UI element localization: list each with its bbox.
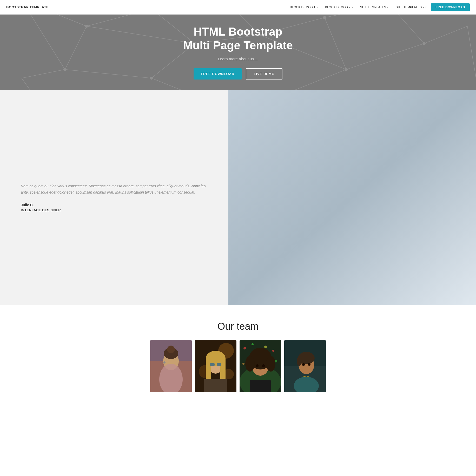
nav-links: BLOCK DEMOS 1 ▾ BLOCK DEMOS 2 ▾ SITE TEM… <box>287 3 470 11</box>
chevron-down-icon: ▾ <box>425 6 427 9</box>
nav-item-block-demos-1[interactable]: BLOCK DEMOS 1 ▾ <box>287 3 321 11</box>
svg-point-29 <box>345 68 347 71</box>
team-grid <box>144 340 332 392</box>
svg-point-86 <box>256 364 259 367</box>
svg-point-31 <box>423 42 425 45</box>
svg-point-43 <box>347 148 374 164</box>
nav-item-site-templates[interactable]: SITE TEMPLATES ▾ <box>357 3 392 11</box>
about-quote: Nam ac quam eu nibh varius consectetur. … <box>21 183 213 196</box>
svg-rect-51 <box>228 268 476 306</box>
svg-line-23 <box>22 78 43 90</box>
about-photo-svg <box>228 90 476 306</box>
chevron-down-icon: ▾ <box>352 6 353 9</box>
svg-rect-40 <box>340 218 381 227</box>
svg-line-16 <box>346 43 424 69</box>
svg-point-76 <box>252 343 254 345</box>
svg-rect-52 <box>228 256 476 268</box>
team-member-3-photo <box>240 340 281 392</box>
svg-rect-39 <box>340 206 381 214</box>
svg-point-77 <box>264 346 267 348</box>
about-section: Nam ac quam eu nibh varius consectetur. … <box>0 90 476 306</box>
team-member-1-photo <box>150 340 192 392</box>
svg-point-24 <box>85 25 88 28</box>
hero-title: HTML Bootstrap Multi Page Template <box>183 25 293 52</box>
svg-point-47 <box>282 167 307 196</box>
svg-point-45 <box>411 169 418 176</box>
about-text-column: Nam ac quam eu nibh varius consectetur. … <box>0 90 228 306</box>
svg-line-0 <box>22 15 87 26</box>
hero-subtitle: Learn more about us.... <box>183 57 293 61</box>
hero-livedemo-button[interactable]: LIVE DEMO <box>246 68 282 80</box>
svg-point-32 <box>64 68 66 71</box>
svg-rect-71 <box>210 363 215 366</box>
svg-point-93 <box>297 356 302 366</box>
team-member-2-photo <box>195 340 236 392</box>
team-section: Our team <box>0 305 476 403</box>
svg-line-44 <box>381 173 414 202</box>
svg-point-53 <box>431 239 456 256</box>
svg-line-2 <box>22 15 65 69</box>
svg-point-78 <box>272 350 274 352</box>
nav-item-block-demos-2[interactable]: BLOCK DEMOS 2 ▾ <box>322 3 356 11</box>
svg-line-15 <box>389 15 424 43</box>
svg-point-38 <box>340 169 381 276</box>
svg-point-87 <box>262 364 265 367</box>
team-card-1 <box>150 340 192 392</box>
svg-line-3 <box>87 15 151 26</box>
nav-brand: BOOTSTRAP TEMPLATE <box>6 5 49 9</box>
svg-point-60 <box>167 346 175 353</box>
svg-point-99 <box>308 363 310 366</box>
chevron-down-icon: ▾ <box>387 6 388 9</box>
team-member-4-photo <box>284 340 326 392</box>
about-image-column <box>228 90 476 306</box>
svg-point-42 <box>347 149 374 180</box>
svg-point-28 <box>323 16 326 19</box>
svg-line-7 <box>65 69 151 78</box>
svg-rect-37 <box>427 90 476 214</box>
svg-point-80 <box>242 363 244 365</box>
svg-line-1 <box>65 26 87 70</box>
svg-point-46 <box>276 185 313 285</box>
hero-content: HTML Bootstrap Multi Page Template Learn… <box>183 25 293 80</box>
about-photo <box>228 90 476 306</box>
svg-line-18 <box>467 26 476 78</box>
svg-rect-72 <box>217 363 221 366</box>
svg-point-85 <box>266 356 275 372</box>
chevron-down-icon: ▾ <box>316 6 318 9</box>
hero-section: HTML Bootstrap Multi Page Template Learn… <box>0 15 476 90</box>
svg-point-75 <box>243 347 246 349</box>
svg-point-62 <box>163 361 166 363</box>
svg-point-33 <box>150 77 153 80</box>
svg-line-19 <box>151 78 216 90</box>
svg-point-84 <box>245 356 255 372</box>
about-role: INTERFACE DESIGNER <box>21 208 213 212</box>
hero-buttons: FREE DOWNLOAD LIVE DEMO <box>183 68 293 80</box>
team-title: Our team <box>5 321 471 332</box>
svg-line-22 <box>22 69 65 78</box>
nav-item-site-templates-2[interactable]: SITE TEMPLATES 2 ▾ <box>393 3 430 11</box>
nav-download-button[interactable]: FREE DOWNLOAD <box>431 3 470 11</box>
svg-rect-73 <box>204 379 227 392</box>
svg-rect-88 <box>250 380 271 392</box>
svg-line-5 <box>87 26 195 44</box>
team-card-3 <box>240 340 281 392</box>
navbar: BOOTSTRAP TEMPLATE BLOCK DEMOS 1 ▾ BLOCK… <box>0 0 476 15</box>
team-card-4 <box>284 340 326 392</box>
svg-rect-35 <box>228 90 476 306</box>
svg-line-17 <box>424 26 467 44</box>
svg-rect-41 <box>340 231 381 239</box>
svg-line-49 <box>282 227 313 235</box>
svg-rect-36 <box>261 102 427 218</box>
about-author: Julie C. <box>21 203 213 207</box>
svg-point-55 <box>434 232 453 255</box>
team-card-2 <box>195 340 236 392</box>
svg-point-98 <box>302 363 305 366</box>
svg-line-12 <box>325 18 346 70</box>
svg-rect-54 <box>441 247 446 264</box>
hero-download-button[interactable]: FREE DOWNLOAD <box>194 68 242 80</box>
svg-line-50 <box>276 227 307 235</box>
svg-line-14 <box>325 15 389 18</box>
svg-point-48 <box>282 166 307 181</box>
